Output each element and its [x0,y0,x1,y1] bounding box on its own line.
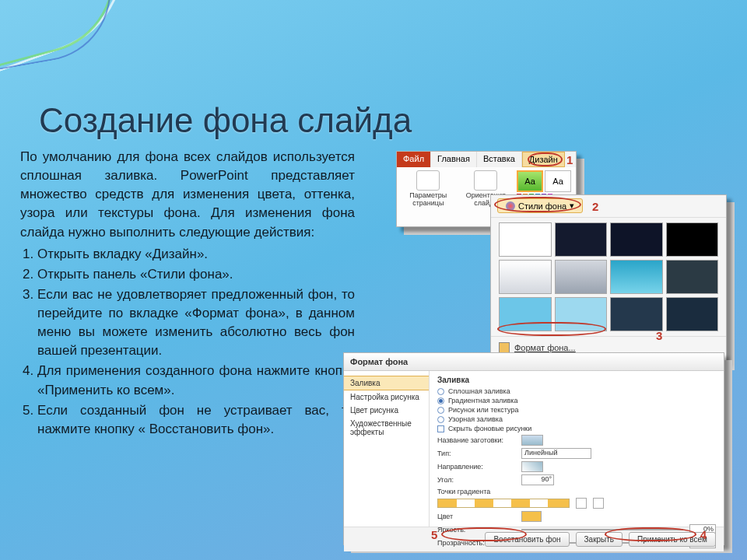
intro-paragraph: По умолчанию для фона всех слайдов испол… [20,148,355,242]
theme-thumb: Аа [517,170,543,192]
style-swatch [666,222,719,257]
side-fill: Заливка [344,376,429,390]
side-picture-corrections: Настройка рисунка [344,390,429,404]
bucket-icon [499,342,510,353]
tab-file: Файл [397,152,431,167]
step-4: Для применения созданного фона нажмите к… [37,362,355,399]
slide-title: Создание фона слайда [39,101,412,140]
marker-4: 4 [605,527,707,541]
step-5: Если созданный фон не устраивает вас, то… [37,401,355,439]
style-swatch [610,222,663,257]
style-swatch [610,297,663,331]
step-1: Открыть вкладку «Дизайн». [37,245,355,264]
step-3: Если вас не удовлетворяет предложенный ф… [37,285,355,361]
dialog-main: Заливка Сплошная заливка Градиентная зал… [430,371,724,527]
opt-gradient: Градиентная заливка [448,397,517,404]
dialog-title: Формат фона [344,353,724,371]
screenshot-styles-gallery: Стили фона ▾ Формат фона... Восстановить… [490,194,727,362]
type-combo: Линейный [521,448,591,459]
theme-thumb: Аа [545,170,571,192]
side-artistic-effects: Художественные эффекты [344,417,429,439]
style-swatch [555,260,608,294]
opt-texture: Рисунок или текстура [448,406,518,414]
style-swatch [666,297,719,331]
marker-2-num: 2 [592,200,598,213]
fill-heading: Заливка [437,376,716,384]
screenshot-format-dialog: Формат фона Заливка Настройка рисунка Цв… [343,352,724,545]
style-grid [491,218,726,336]
opt-pattern: Узорная заливка [448,415,503,423]
remove-stop-icon [593,498,604,509]
gradient-stops-slider [437,499,570,508]
marker-5: 5 [431,527,527,541]
opt-hide: Скрыть фоновые рисунки [448,425,531,432]
opt-solid: Сплошная заливка [448,387,510,395]
page-setup-button: Параметры страницы [402,170,455,208]
style-swatch [499,260,552,294]
steps-list: Открыть вкладку «Дизайн». Открыть панель… [20,245,355,439]
marker-3-num: 3 [656,329,662,342]
step-2: Открыть панель «Стили фона». [37,265,355,284]
body-text: По умолчанию для фона всех слайдов испол… [20,148,355,440]
style-swatch [666,260,719,294]
dialog-sidebar: Заливка Настройка рисунка Цвет рисунка Х… [344,371,430,527]
style-swatch [499,222,552,257]
side-picture-color: Цвет рисунка [344,404,429,417]
tab-home: Главная [431,152,477,167]
add-stop-icon [576,498,587,509]
style-swatch [610,260,663,294]
style-swatch [555,222,608,257]
marker-1: 1 [528,152,573,166]
tab-insert: Вставка [477,152,522,167]
